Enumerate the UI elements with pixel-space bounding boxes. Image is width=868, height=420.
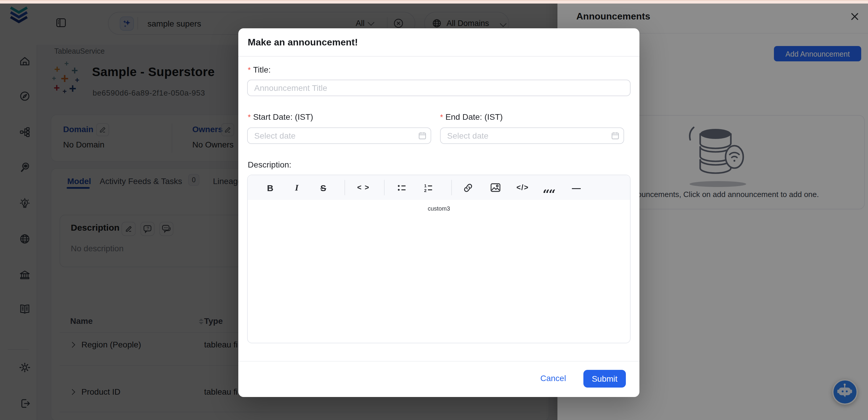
editor-content-area[interactable]: custom3 — [248, 200, 630, 343]
link-icon[interactable] — [460, 175, 475, 200]
top-progress-strip — [0, 0, 868, 3]
calendar-icon — [418, 131, 427, 140]
title-field-label: *Title: — [248, 65, 271, 74]
code-block-icon[interactable]: </> — [513, 175, 532, 200]
required-asterisk: * — [248, 113, 251, 121]
start-date-picker[interactable] — [247, 127, 431, 144]
required-asterisk: * — [440, 113, 443, 121]
toolbar-divider — [384, 180, 384, 195]
announcement-title-input[interactable] — [247, 80, 630, 96]
ordered-list-icon[interactable]: 12 — [421, 175, 436, 200]
editor-text: custom3 — [248, 205, 630, 212]
submit-button[interactable]: Submit — [583, 370, 626, 388]
start-date-input[interactable] — [247, 127, 431, 144]
cancel-button[interactable]: Cancel — [536, 371, 571, 385]
end-date-picker[interactable] — [440, 127, 624, 144]
horizontal-rule-icon[interactable]: — — [569, 175, 584, 200]
bullet-list-icon[interactable] — [394, 175, 409, 200]
editor-toolbar: B I S < > 12 </> “ — [248, 175, 630, 201]
toolbar-divider — [344, 180, 345, 195]
toolbar-divider — [451, 180, 452, 195]
end-date-input[interactable] — [440, 127, 624, 144]
modal-footer-divider — [238, 361, 640, 362]
italic-icon[interactable]: I — [290, 175, 304, 200]
inline-code-icon[interactable]: < > — [353, 175, 374, 200]
app-root: sample supers All All Domains TableauSer… — [0, 0, 868, 420]
make-announcement-modal: Make an announcement! *Title: *Start Dat… — [238, 28, 640, 397]
bold-icon[interactable]: B — [263, 175, 277, 200]
end-date-label: *End Date: (IST) — [440, 112, 503, 121]
modal-header-divider — [238, 56, 640, 57]
description-field-label: Description: — [248, 160, 291, 169]
rich-text-editor: B I S < > 12 </> “ — [247, 175, 630, 343]
calendar-icon — [611, 131, 619, 140]
required-asterisk: * — [248, 65, 251, 74]
image-icon[interactable] — [488, 175, 503, 200]
svg-text:2: 2 — [424, 187, 426, 192]
modal-title: Make an announcement! — [248, 37, 358, 48]
start-date-label: *Start Date: (IST) — [248, 112, 313, 121]
svg-text:1: 1 — [424, 183, 426, 188]
strikethrough-icon[interactable]: S — [316, 175, 330, 200]
